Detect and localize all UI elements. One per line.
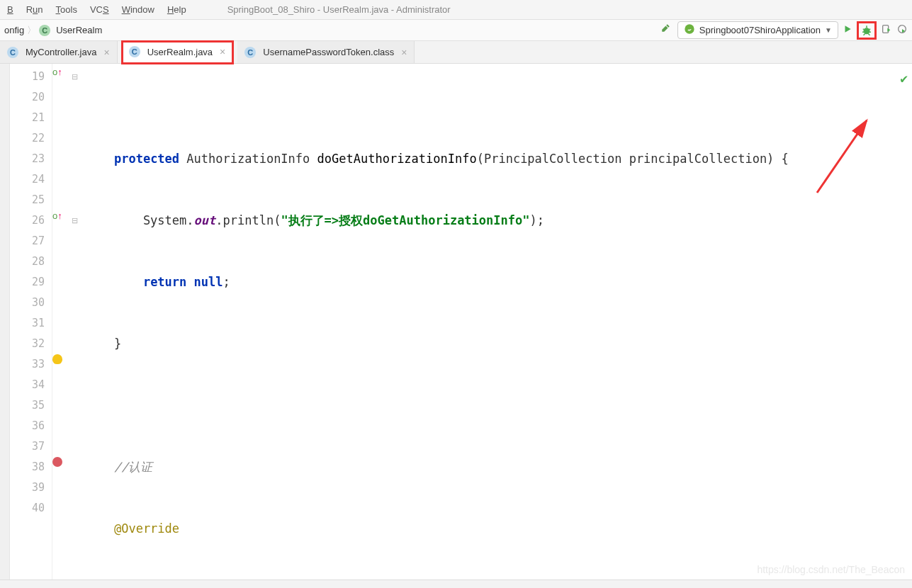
- gutter-marks: o↑ o↑: [52, 64, 68, 579]
- tab-userrealm[interactable]: C UserRealm.java ×: [122, 41, 234, 64]
- status-bar: [0, 579, 912, 588]
- menu-vcs[interactable]: VCS: [90, 4, 109, 15]
- tab-label: UserRealm.java: [147, 47, 213, 57]
- tab-usernamepasswordtoken[interactable]: C UsernamePasswordToken.class ×: [237, 41, 415, 63]
- override-icon[interactable]: o↑: [52, 210, 62, 221]
- line-number[interactable]: 34: [10, 375, 52, 395]
- line-number[interactable]: 30: [10, 293, 52, 313]
- editor-tabs: C MyController.java × C UserRealm.java ×…: [0, 41, 912, 64]
- override-icon[interactable]: o↑: [52, 67, 62, 77]
- svg-point-1: [864, 28, 870, 34]
- chevron-down-icon: ▼: [825, 26, 832, 34]
- run-coverage-icon[interactable]: [881, 23, 892, 37]
- close-icon[interactable]: ×: [103, 47, 109, 58]
- line-number[interactable]: 33: [10, 354, 52, 375]
- profile-icon[interactable]: [896, 23, 908, 37]
- run-config-name: Springboot07ShiroApplication: [699, 25, 821, 35]
- intention-bulb-icon[interactable]: [52, 354, 62, 364]
- line-number[interactable]: 22: [10, 128, 52, 149]
- line-number[interactable]: 35: [10, 395, 52, 416]
- line-number[interactable]: 24: [10, 169, 52, 190]
- menu-run[interactable]: Run: [26, 4, 43, 15]
- breadcrumb-parent[interactable]: onfig: [4, 25, 24, 35]
- breadcrumb: onfig 〉 C UserRealm: [4, 24, 102, 37]
- menu-window[interactable]: Window: [122, 4, 154, 15]
- menu-help[interactable]: Help: [167, 4, 186, 15]
- line-number[interactable]: 39: [10, 477, 52, 498]
- menu-bar: B Run Tools VCS Window Help SpringBoot_0…: [0, 0, 912, 20]
- window-title: SpringBoot_08_Shiro - UserRealm.java - A…: [227, 4, 451, 15]
- watermark: https://blog.csdn.net/The_Beacon: [757, 564, 905, 575]
- line-number[interactable]: 28: [10, 251, 52, 272]
- line-number[interactable]: 32: [10, 334, 52, 354]
- line-number[interactable]: 26: [10, 210, 52, 231]
- nav-bar: onfig 〉 C UserRealm Springboot07ShiroApp…: [0, 20, 912, 41]
- close-icon[interactable]: ×: [401, 47, 407, 58]
- line-gutter: 19 20 21 22 23 24 25 26 27 28 29 30 31 3…: [10, 64, 52, 579]
- breakpoint-icon[interactable]: [52, 457, 62, 467]
- run-toolbar: Springboot07ShiroApplication ▼: [660, 21, 908, 40]
- menu-build[interactable]: B: [7, 4, 13, 15]
- line-number[interactable]: 37: [10, 436, 52, 457]
- line-number[interactable]: 29: [10, 272, 52, 293]
- breadcrumb-sep: 〉: [27, 24, 36, 37]
- inspection-ok-icon[interactable]: ✔: [900, 68, 908, 89]
- fold-icon[interactable]: ⊟: [72, 216, 78, 225]
- line-number[interactable]: 21: [10, 108, 52, 128]
- left-stripe: [0, 64, 10, 579]
- build-icon[interactable]: [660, 23, 673, 38]
- line-number[interactable]: 31: [10, 313, 52, 334]
- line-number[interactable]: 19: [10, 67, 52, 87]
- class-icon: C: [39, 25, 50, 36]
- code-area[interactable]: ✔ protected AuthorizationInfo doGetAutho…: [81, 64, 912, 579]
- fold-icon[interactable]: ⊟: [72, 72, 78, 81]
- tab-mycontroller[interactable]: C MyController.java ×: [0, 41, 118, 63]
- run-configuration-selector[interactable]: Springboot07ShiroApplication ▼: [677, 21, 838, 39]
- line-number[interactable]: 40: [10, 498, 52, 519]
- line-number[interactable]: 20: [10, 87, 52, 108]
- line-number[interactable]: 36: [10, 416, 52, 436]
- class-icon: C: [244, 47, 256, 58]
- run-button[interactable]: [843, 24, 852, 36]
- class-icon: C: [7, 47, 18, 58]
- line-number[interactable]: 38: [10, 457, 52, 477]
- line-number[interactable]: 23: [10, 149, 52, 169]
- breadcrumb-file[interactable]: UserRealm: [56, 25, 102, 35]
- debug-button[interactable]: [857, 21, 877, 40]
- svg-point-0: [685, 24, 694, 33]
- spring-icon: [684, 23, 695, 37]
- menu-tools[interactable]: Tools: [56, 4, 77, 15]
- class-icon: C: [129, 46, 140, 57]
- tab-label: UsernamePasswordToken.class: [263, 47, 394, 57]
- editor: 19 20 21 22 23 24 25 26 27 28 29 30 31 3…: [0, 64, 912, 579]
- line-number[interactable]: 25: [10, 190, 52, 210]
- fold-column: ⊟ ⊟: [68, 64, 81, 579]
- close-icon[interactable]: ×: [220, 46, 225, 57]
- tab-label: MyController.java: [26, 47, 96, 57]
- line-number[interactable]: 27: [10, 231, 52, 251]
